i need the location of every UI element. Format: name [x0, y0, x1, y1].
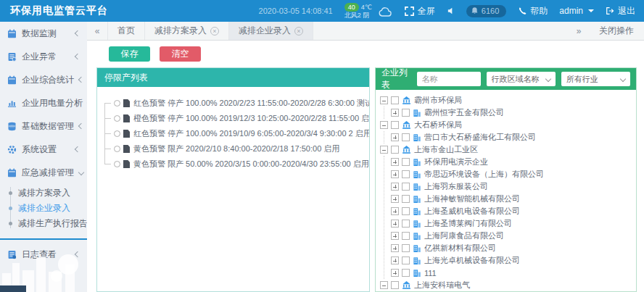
tree-node-company[interactable]: 上海阿康食品有限公司	[391, 230, 633, 242]
user-menu[interactable]: admin	[559, 6, 594, 16]
sidebar-item-base-data[interactable]: 基础数据管理	[0, 114, 87, 138]
limit-plan-label: 橙色预警 停产 100.00% 2019/12/3 10:25:00-2020/…	[133, 113, 369, 124]
document-icon	[123, 99, 130, 107]
checkbox[interactable]	[402, 244, 410, 252]
tree-node-company[interactable]: 上海神敏智能机械有限公司	[391, 193, 633, 205]
tree-node-company[interactable]: 111	[391, 267, 633, 279]
mute-speaker-icon[interactable]	[447, 7, 455, 15]
sidebar-item-power-analysis[interactable]: 企业用电量分析	[0, 91, 87, 114]
company-label: 亿祺新材料有限公司	[424, 243, 496, 254]
tree-node-company[interactable]: 环保用电演示企业	[391, 156, 633, 168]
checkbox[interactable]	[391, 146, 399, 154]
region-select[interactable]: 行政区域名称	[487, 72, 556, 86]
logout-button[interactable]: 退出	[606, 5, 635, 17]
save-button[interactable]: 保存	[109, 46, 150, 62]
sidebar-item-system-settings[interactable]: 系统设置	[0, 138, 87, 161]
limit-plan-item[interactable]: 黄色预警 限产 2020/2/10 8:40:00-2020/2/18 17:5…	[97, 141, 363, 157]
expand-icon[interactable]	[391, 220, 399, 228]
tabs-scroll-left-icon[interactable]: «	[87, 22, 107, 40]
clear-button[interactable]: 清空	[160, 46, 201, 62]
expand-icon[interactable]	[391, 256, 399, 264]
checkbox[interactable]	[402, 269, 410, 277]
sidebar-item-enterprise-stats[interactable]: 企业综合统计	[0, 68, 87, 91]
tree-node-company[interactable]: 上海羽东服装公司	[391, 180, 633, 193]
document-icon	[123, 130, 130, 138]
notification-badge[interactable]: 6160	[466, 5, 506, 17]
sidebar-item-data-monitor[interactable]: 数据监测	[0, 22, 87, 45]
sidebar-item-plan-entry[interactable]: 减排方案录入	[0, 185, 87, 201]
help-button[interactable]: 帮助	[518, 5, 548, 17]
sidebar-item-enterprise-abnormal[interactable]: 企业异常	[0, 45, 87, 68]
expand-icon[interactable]	[391, 109, 399, 117]
tab-home[interactable]: 首页	[107, 22, 145, 40]
limit-plan-item[interactable]: 红色预警 停产 100.00% 2020/2/23 11:55:00-2020/…	[97, 96, 363, 111]
expand-icon[interactable]	[391, 170, 399, 178]
expand-icon[interactable]	[391, 133, 399, 141]
tree-node-company[interactable]: 上海圣博莱阀门有限公司	[391, 217, 633, 230]
radio-icon[interactable]	[114, 161, 120, 167]
name-filter-input[interactable]	[417, 72, 481, 86]
chevron-right-icon	[75, 146, 80, 152]
expand-icon[interactable]	[391, 232, 399, 240]
limit-plan-item[interactable]: 黄色预警 限产 50.00% 2020/3/15 0:00:00-2020/4/…	[97, 157, 363, 172]
tree-node-company[interactable]: 霸州恒宇五金有限公司	[391, 107, 633, 119]
radio-icon[interactable]	[114, 100, 120, 107]
expand-icon[interactable]	[391, 195, 399, 203]
chevron-right-icon	[78, 77, 84, 83]
region-select-value: 行政区域名称	[492, 74, 540, 85]
expand-icon[interactable]	[391, 183, 399, 191]
industry-select[interactable]: 所有行业	[561, 72, 630, 86]
tab-close-icon[interactable]: ×	[210, 27, 219, 36]
checkbox[interactable]	[391, 96, 399, 104]
expand-icon[interactable]	[391, 207, 399, 215]
expand-icon[interactable]	[391, 269, 399, 277]
checkbox[interactable]	[402, 232, 410, 240]
checkbox[interactable]	[402, 207, 410, 215]
expand-icon[interactable]	[391, 244, 399, 252]
checkbox[interactable]	[391, 281, 399, 289]
tab-enterprise-entry[interactable]: 减排企业录入 ×	[229, 22, 313, 40]
bureau-icon	[402, 120, 411, 130]
tab-plan-entry[interactable]: 减排方案录入 ×	[145, 22, 229, 40]
checkbox[interactable]	[402, 170, 410, 178]
tab-close-icon[interactable]: ×	[294, 27, 303, 36]
tree-node-bureau[interactable]: 上海安科瑞电气	[380, 279, 633, 291]
radio-icon[interactable]	[114, 130, 120, 137]
checkbox[interactable]	[402, 109, 410, 117]
checkbox[interactable]	[402, 133, 410, 141]
close-operations-menu[interactable]: 关闭操作	[589, 22, 644, 40]
fullscreen-button[interactable]: 全屏	[405, 5, 435, 17]
radio-icon[interactable]	[114, 115, 120, 122]
checkbox[interactable]	[402, 220, 410, 228]
sidebar-item-log-view[interactable]: 日志查看	[0, 243, 87, 266]
tree-node-company[interactable]: 营口市大石桥盛海化工有限公司	[391, 131, 633, 143]
tree-node-bureau[interactable]: 上海市金山工业区	[380, 143, 633, 156]
checkbox[interactable]	[402, 158, 410, 166]
radio-icon[interactable]	[114, 146, 120, 152]
limit-plan-item[interactable]: 红色预警 停产 100.00% 2019/10/9 6:05:00-2020/3…	[97, 126, 363, 141]
limit-plan-item[interactable]: 橙色预警 停产 100.00% 2019/12/3 10:25:00-2020/…	[97, 111, 363, 126]
calendar-icon	[7, 29, 17, 38]
tree-node-bureau[interactable]: 大石桥环保局	[380, 119, 633, 131]
tree-node-company[interactable]: 上海圣威机电设备有限公司	[391, 205, 633, 217]
sidebar-item-emergency-reduction[interactable]: 应急减排管理	[0, 161, 87, 184]
collapse-icon[interactable]	[380, 281, 388, 289]
checkbox[interactable]	[402, 195, 410, 203]
wind-weather-text: 北风2 阴	[344, 12, 372, 19]
tree-node-company[interactable]: 亿祺新材料有限公司	[391, 242, 633, 254]
tree-node-company[interactable]: 上海光卓机械设备有限公司	[391, 254, 633, 267]
checkbox[interactable]	[402, 183, 410, 191]
tree-node-company[interactable]: 帝思迈环境设备（上海）有限公司	[391, 168, 633, 180]
collapse-icon[interactable]	[380, 146, 388, 154]
expand-icon[interactable]	[391, 158, 399, 166]
tree-node-bureau[interactable]: 霸州市环保局	[380, 94, 633, 107]
tree-connector	[104, 164, 111, 164]
collapse-icon[interactable]	[380, 96, 388, 104]
divider	[0, 238, 87, 240]
tabs-scroll-right-icon[interactable]: »	[569, 22, 589, 40]
checkbox[interactable]	[402, 256, 410, 264]
sidebar-item-enterprise-entry[interactable]: 减排企业录入	[0, 201, 87, 216]
checkbox[interactable]	[391, 121, 399, 129]
sidebar-item-execution-report[interactable]: 减排生产执行报告	[0, 216, 87, 231]
collapse-icon[interactable]	[380, 121, 388, 129]
